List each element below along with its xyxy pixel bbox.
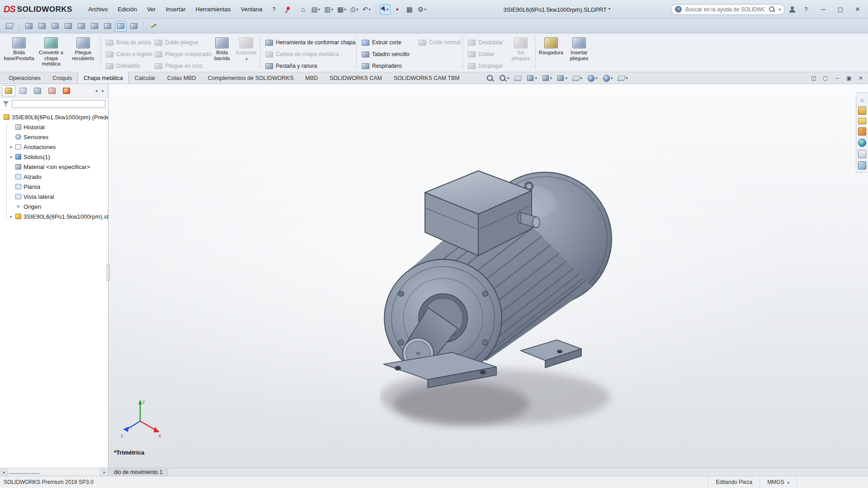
view-bottom-button[interactable] [89,21,100,32]
convertir-chapa-button[interactable]: Convertir a chapa metálica [34,35,68,71]
user-account-icon[interactable] [788,6,796,13]
menu-ventana[interactable]: Ventana [237,4,267,14]
expander-icon[interactable]: ▸ [9,155,14,159]
pestana-ranura-button[interactable]: Pestaña y ranura [262,61,354,71]
tree-item-sensores[interactable]: Sensores [0,132,108,142]
motion-study-tab[interactable]: dio de movimiento 1 [108,468,168,476]
tree-item-imported-stp[interactable]: ▸ 3SIE90L6(6Po1.5kw1000rpm).stp - [0,211,108,221]
pin-menu-icon[interactable] [285,6,291,13]
tab-configurationmanager[interactable] [31,85,44,96]
print-button[interactable]: ⎙▾ [349,4,360,15]
filter-funnel-icon[interactable] [3,101,9,107]
file-properties-button[interactable]: ▦ [404,4,415,15]
view-orientation-button[interactable]: ▾ [540,73,554,83]
doc-minimize-button[interactable]: ─ [832,73,843,83]
taladro-sencillo-button[interactable]: Taladro sencillo [359,49,415,59]
solidworks-resources-button[interactable]: ⌂ [858,95,866,103]
motor-3d-model[interactable] [380,160,633,431]
extruir-corte-button[interactable]: Extruir corte [359,38,415,47]
view-front-button[interactable] [23,21,35,32]
solidworks-forum-button[interactable] [858,161,866,169]
scrollbar-left-arrow[interactable]: ◂ [0,468,8,476]
tree-item-anotaciones[interactable]: ▸ Anotaciones [0,142,108,152]
help-search-input[interactable] [684,6,766,13]
view-left-button[interactable] [49,21,61,32]
scroll-right-icon[interactable]: ▸ [100,87,106,95]
tab-dimxpertmanager[interactable] [45,85,59,96]
tree-item-solidos[interactable]: ▸ Sólidos(1) [0,152,108,162]
save-button[interactable]: ▦▾ [336,4,348,15]
expander-icon[interactable]: ▸ [9,214,14,219]
tab-mbd[interactable]: MBD [299,72,324,84]
tab-cotas-mbd[interactable]: Cotas MBD [161,72,202,84]
measure-button[interactable] [147,21,159,32]
appearances-scenes-button[interactable] [858,139,866,147]
pane-single-button[interactable]: ▢ [820,73,831,83]
pane-split-button[interactable]: ◫ [808,73,819,83]
insertar-pliegues-button[interactable]: Insertar pliegues [565,35,594,71]
menu-ver[interactable]: Ver [143,4,160,14]
tab-featuremanager-tree[interactable] [2,85,15,96]
help-button[interactable]: ? [799,4,813,15]
conformar-chapa-button[interactable]: Herramienta de conformar chapa [262,38,354,47]
rebuild-button[interactable]: ● [392,4,403,15]
window-minimize-button[interactable]: ─ [816,4,830,15]
hide-show-items-button[interactable]: ▾ [571,73,584,83]
display-style-button[interactable]: ▾ [555,73,569,83]
custom-properties-button[interactable] [858,150,866,158]
tab-calcular[interactable]: Calcular [129,72,161,84]
flatten-button[interactable] [4,21,15,32]
tab-complementos[interactable]: Complementos de SOLIDWORKS [202,72,300,84]
pliegue-recubierto-button[interactable]: Pliegue recubierto [68,35,99,71]
tree-item-origen[interactable]: ⌖ Origen [0,202,108,211]
graphics-viewport[interactable]: y x z *Trimétrica ⌂ [108,84,868,468]
tree-item-planta[interactable]: Planta [0,182,108,192]
view-dimetric-button[interactable] [128,21,140,32]
expander-icon[interactable]: ▸ [9,145,14,149]
apply-scene-button[interactable]: ▾ [601,73,614,83]
home-button[interactable]: ⌂ [297,4,308,15]
tab-croquis[interactable]: Croquis [47,72,78,84]
menu-edicion[interactable]: Edición [113,4,141,14]
view-back-button[interactable] [36,21,48,32]
menu-herramientas[interactable]: Herramientas [192,4,235,14]
tab-displaymanager[interactable] [60,85,73,96]
doc-close-button[interactable]: ✕ [855,73,866,83]
scrollbar-thumb[interactable] [9,473,40,474]
panel-horizontal-scrollbar[interactable]: ◂ ▸ [0,468,108,476]
tree-item-material[interactable]: Material <sin especificar> [0,162,108,172]
view-top-button[interactable] [75,21,87,32]
menu-archivo[interactable]: Archivo [84,4,112,14]
window-close-button[interactable]: ✕ [851,4,864,15]
section-view-button[interactable]: ▾ [525,73,538,83]
tab-solidworks-cam[interactable]: SOLIDWORKS CAM [324,72,388,84]
view-trimetric-button[interactable] [115,21,127,32]
tree-item-vista-lateral[interactable]: Vista lateral [0,192,108,202]
design-library-button[interactable] [858,107,866,115]
zoom-area-button[interactable]: ▾ [497,73,511,83]
tree-root-part[interactable]: 3SIE90L6(6Po1.5kw1000rpm) (Predete [0,112,108,122]
brida-barrida-button[interactable]: Brida barrida [209,35,235,71]
window-maximize-button[interactable]: ▢ [834,4,847,15]
undo-button[interactable]: ↶▾ [361,4,372,15]
tab-operaciones[interactable]: Operaciones [3,72,47,84]
menu-insertar[interactable]: Insertar [161,4,189,14]
doc-restore-button[interactable]: ▣ [844,73,854,83]
rasgadura-button[interactable]: Rasgadura [538,35,565,71]
tab-propertymanager[interactable] [16,85,30,96]
respiradero-button[interactable]: Respiradero [359,61,415,71]
scrollbar-right-arrow[interactable]: ▸ [100,468,108,476]
tree-item-alzado[interactable]: Alzado [0,172,108,182]
search-caret-icon[interactable]: ▾ [778,7,781,12]
view-palette-button[interactable] [858,127,866,136]
menu-ayuda[interactable]: ? [268,4,279,14]
options-button[interactable]: ⚙▾ [416,4,428,15]
scroll-left-icon[interactable]: ◂ [93,87,99,95]
new-document-button[interactable]: ▤▾ [310,4,321,15]
search-icon[interactable] [769,6,775,13]
units-selector[interactable]: MMGS▴ [760,476,797,488]
previous-view-button[interactable] [512,73,523,83]
view-right-button[interactable] [62,21,74,32]
zoom-fit-button[interactable] [485,73,495,83]
tab-solidworks-cam-tbm[interactable]: SOLIDWORKS CAM TBM [388,72,466,84]
